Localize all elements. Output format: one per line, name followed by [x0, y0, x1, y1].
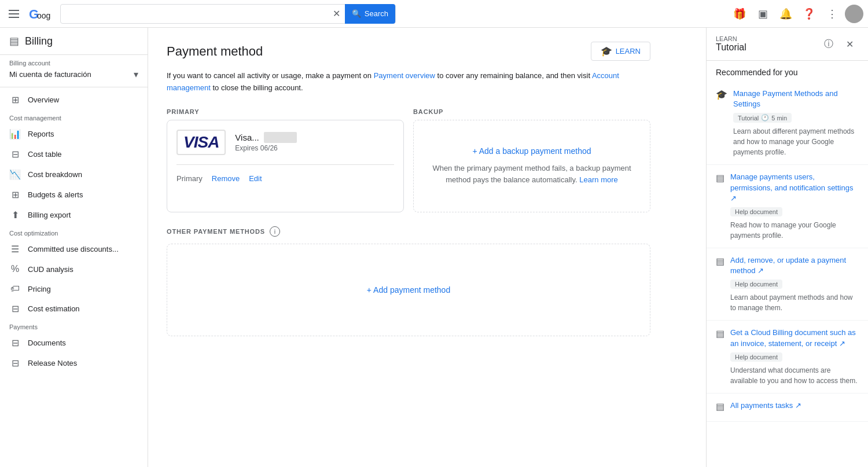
panel-item-3-content: ▤ Add, remove, or update a payment metho… [716, 255, 859, 313]
sidebar-item-label-reports: Reports [28, 130, 54, 138]
panel-item-4: ▤ Get a Cloud Billing document such as a… [707, 321, 868, 393]
panel-item-3-link[interactable]: Add, remove, or update a payment method … [730, 255, 859, 276]
add-payment-button[interactable]: + Add payment method [367, 285, 450, 295]
backup-payment-card: + Add a backup payment method When the p… [413, 120, 650, 212]
right-panel: LEARN Tutorial ⓘ ✕ Recommended for you 🎓… [706, 28, 868, 467]
search-button-label: Search [365, 9, 388, 18]
pricing-icon: 🏷 [9, 284, 21, 294]
content-area: Payment method 🎓 LEARN If you want to ca… [148, 28, 706, 467]
panel-item-1-desc: Learn about different payment methods an… [733, 126, 859, 157]
cost-breakdown-icon: 📉 [9, 169, 21, 180]
sidebar-item-label-cud: CUD analysis [28, 265, 73, 274]
release-notes-icon: ⊟ [9, 358, 21, 369]
recommended-title: Recommended for you [707, 61, 868, 82]
topbar-icons: 🎁 ▣ 🔔 ❓ ⋮ [729, 3, 863, 24]
notification-icon-button[interactable]: 🔔 [775, 3, 796, 24]
billing-export-icon: ⬆ [9, 209, 21, 220]
panel-item-1: 🎓 Manage Payment Methods and Settings Tu… [707, 82, 868, 165]
topbar: G oogle Cloud payment method ✕ 🔍 Search … [0, 0, 868, 28]
search-clear-button[interactable]: ✕ [329, 6, 345, 22]
other-payment-info-icon[interactable]: i [270, 226, 280, 237]
menu-icon-button[interactable] [5, 5, 23, 23]
primary-payment-card: VISA Visa... ████ Expires 06/26 Primary [167, 120, 404, 212]
panel-close-button[interactable]: ✕ [840, 35, 859, 53]
more-options-button[interactable]: ⋮ [822, 3, 843, 24]
panel-item-5-link[interactable]: All payments tasks ↗ [730, 400, 801, 411]
payment-overview-link[interactable]: Payment overview [374, 71, 435, 80]
terminal-icon-button[interactable]: ▣ [752, 3, 773, 24]
payments-section-label: Payments [0, 319, 148, 333]
billing-account-section: Billing account Mi cuenta de facturación… [0, 55, 148, 84]
panel-item-4-link[interactable]: Get a Cloud Billing document such as an … [730, 328, 859, 348]
sidebar-item-label-committed: Committed use discounts... [28, 245, 119, 253]
add-backup-button[interactable]: + Add a backup payment method [472, 146, 591, 156]
sidebar-header: ▤ Billing [0, 28, 148, 55]
payment-card-top: VISA Visa... ████ Expires 06/26 [176, 130, 394, 165]
sidebar: ▤ Billing Billing account Mi cuenta de f… [0, 28, 148, 467]
help-icon-button[interactable]: ❓ [799, 3, 819, 24]
panel-item-1-link[interactable]: Manage Payment Methods and Settings [733, 89, 859, 109]
card-actions: Primary Remove Edit [176, 174, 394, 183]
panel-item-3: ▤ Add, remove, or update a payment metho… [707, 248, 868, 321]
backup-label: BACKUP [413, 108, 650, 115]
panel-item-2-desc: Read how to manage your Google payments … [730, 220, 859, 241]
sidebar-title: Billing [25, 35, 53, 47]
sidebar-item-billing-export[interactable]: ⬆ Billing export [0, 205, 143, 225]
panel-item-1-body: Manage Payment Methods and Settings Tuto… [733, 89, 859, 157]
primary-payment-column: PRIMARY VISA Visa... ████ Expires 06/26 [167, 108, 404, 212]
sidebar-item-reports[interactable]: 📊 Reports [0, 124, 143, 144]
panel-learn-label: LEARN [716, 35, 746, 42]
sidebar-item-pricing[interactable]: 🏷 Pricing [0, 279, 143, 299]
panel-item-3-desc: Learn about payment methods and how to m… [730, 292, 859, 313]
sidebar-item-cost-estimation[interactable]: ⊟ Cost estimation [0, 299, 143, 319]
panel-item-3-tag: Help document [730, 280, 782, 289]
billing-icon: ▤ [9, 35, 19, 47]
panel-header-left: LEARN Tutorial [716, 35, 746, 53]
sidebar-item-budgets-alerts[interactable]: ⊞ Budgets & alerts [0, 185, 143, 205]
edit-button[interactable]: Edit [249, 174, 262, 183]
google-cloud-logo[interactable]: G oogle Cloud [28, 2, 51, 25]
panel-item-1-type: Tutorial [738, 115, 759, 122]
sidebar-item-label-budgets: Budgets & alerts [28, 190, 83, 199]
learn-button[interactable]: 🎓 LEARN [591, 42, 650, 61]
panel-item-4-tag: Help document [730, 352, 782, 362]
sidebar-item-cost-table[interactable]: ⊟ Cost table [0, 144, 143, 164]
panel-item-2-link[interactable]: Manage payments users, permissions, and … [730, 172, 859, 204]
add-payment-box: + Add payment method [167, 244, 650, 336]
billing-account-select[interactable]: Mi cuenta de facturación ▾ [9, 67, 138, 82]
learn-more-link[interactable]: Learn more [579, 175, 617, 184]
sidebar-item-cud-analysis[interactable]: % CUD analysis [0, 259, 143, 279]
panel-info-button[interactable]: ⓘ [819, 35, 838, 53]
sidebar-item-committed-use[interactable]: ☰ Committed use discounts... [0, 239, 143, 259]
reports-icon: 📊 [9, 128, 21, 139]
doc-icon-4: ▤ [716, 328, 724, 385]
sidebar-item-cost-breakdown[interactable]: 📉 Cost breakdown [0, 164, 143, 185]
search-input[interactable]: payment method [61, 9, 329, 19]
main-layout: ▤ Billing Billing account Mi cuenta de f… [0, 28, 868, 467]
panel-item-5-body: All payments tasks ↗ [730, 400, 801, 414]
doc-icon-2: ▤ [716, 172, 724, 241]
info-text: If you want to cancel all activity or us… [167, 70, 650, 94]
panel-item-2-content: ▤ Manage payments users, permissions, an… [716, 172, 859, 241]
other-payment-title: OTHER PAYMENT METHODS [167, 228, 265, 235]
user-avatar[interactable] [845, 5, 863, 23]
sidebar-item-overview[interactable]: ⊞ Overview [0, 90, 143, 110]
sidebar-item-documents[interactable]: ⊟ Documents [0, 333, 143, 353]
committed-use-icon: ☰ [9, 244, 21, 255]
sidebar-item-release-notes[interactable]: ⊟ Release Notes [0, 353, 143, 373]
hamburger-icon [9, 10, 19, 18]
payment-columns: PRIMARY VISA Visa... ████ Expires 06/26 [167, 108, 650, 212]
page-title: Payment method [167, 44, 263, 59]
panel-item-4-desc: Understand what documents are available … [730, 365, 859, 386]
gift-icon-button[interactable]: 🎁 [729, 3, 750, 24]
cost-optimization-label: Cost optimization [0, 225, 148, 239]
search-button[interactable]: 🔍 Search [345, 4, 395, 24]
panel-item-2-tag: Help document [730, 207, 782, 216]
sidebar-item-label-billing-export: Billing export [28, 211, 71, 219]
info-text-1: If you want to cancel all activity or us… [167, 71, 374, 80]
cost-estimation-icon: ⊟ [9, 303, 21, 314]
panel-item-4-content: ▤ Get a Cloud Billing document such as a… [716, 328, 859, 385]
remove-button[interactable]: Remove [212, 174, 240, 183]
sidebar-item-label-cost-estimation: Cost estimation [28, 304, 80, 313]
info-text-2: to cover any remaining balance, and then… [435, 71, 592, 80]
